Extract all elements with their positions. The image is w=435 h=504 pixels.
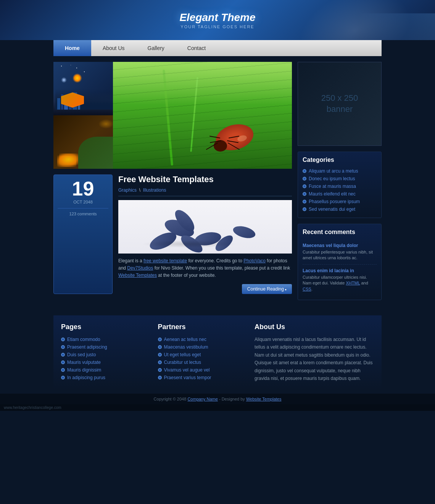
status-bar: www.heritagechristiancollege.com <box>0 404 435 411</box>
footer-page-link[interactable]: Mauris dignissim <box>67 367 101 373</box>
footer-bullet <box>61 345 65 349</box>
cat-bullet <box>303 169 306 173</box>
post-comments-count[interactable]: 123 comments <box>58 208 108 216</box>
cat-link[interactable]: Sed venenatis dui eget <box>309 207 355 212</box>
footer-bullet <box>61 353 65 357</box>
footer-link-item: Etiam commodo <box>61 336 147 343</box>
post-image <box>118 200 292 254</box>
post-item: 19 OCT 2048 123 comments Free Website Te… <box>53 174 292 294</box>
cat-item: Donec eu ipsum lectus <box>303 175 377 183</box>
footer-about-text: Aliquam venenatis nisl a lacus facilisis… <box>255 336 374 382</box>
image-slider[interactable] <box>53 62 292 169</box>
site-tagline: YOUR TAGLINE GOES HERE <box>179 24 255 29</box>
cat-item: Fusce at mauris massa <box>303 183 377 190</box>
post-month-year: OCT 2048 <box>58 200 108 204</box>
link-xhtml[interactable]: XHTML <box>346 281 360 285</box>
footer-page-link[interactable]: Mauris vulputate <box>67 360 101 365</box>
cat-link[interactable]: Donec eu ipsum lectus <box>309 176 355 181</box>
footer-partner-link[interactable]: Maecenas vestibulum <box>164 344 208 350</box>
footer-partner-link[interactable]: Ut eget tellus eget <box>164 352 201 357</box>
post-categories: Graphics \ Illustrations <box>118 187 292 196</box>
slider-thumb-1[interactable] <box>53 62 116 115</box>
footer-link-item: Ut eget tellus eget <box>158 351 243 359</box>
footer-partner-link[interactable]: Vivamus vel augue vel <box>164 367 210 373</box>
continue-reading-button[interactable]: Continue Reading <box>242 284 292 294</box>
footer-bullet <box>61 376 65 380</box>
categories-widget: Categories Aliquam ut arcu a metus Donec… <box>298 152 382 218</box>
footer-partner-link[interactable]: Aenean ac tellus nec <box>164 337 206 342</box>
nav-contact[interactable]: Contact <box>176 40 217 56</box>
company-link[interactable]: Company Name <box>187 397 218 401</box>
nav-gallery[interactable]: Gallery <box>136 40 176 56</box>
site-title-block: Elegant Theme YOUR TAGLINE GOES HERE <box>179 11 255 29</box>
footer-link-item: In adipiscing purus <box>61 374 147 381</box>
cat-item: Sed venenatis dui eget <box>303 205 377 213</box>
cat-item: Mauris eleifend elit nec <box>303 190 377 198</box>
post-date-block: 19 OCT 2048 123 comments <box>53 174 113 294</box>
footer-bar: Copyright © 2048 Company Name - Designed… <box>0 394 435 404</box>
footer-bullet <box>158 345 162 349</box>
footer-bullet <box>158 368 162 372</box>
footer-link-item: Duis sed justo <box>61 351 147 359</box>
sidebar: 250 x 250banner Categories Aliquam ut ar… <box>298 62 382 306</box>
footer-bullet <box>158 353 162 357</box>
footer-link-item: Praesent varius tempor <box>158 374 243 381</box>
main-nav: Home About Us Gallery Contact <box>0 40 435 56</box>
footer-link-item: Aenean ac tellus nec <box>158 336 243 343</box>
banner-ad[interactable]: 250 x 250banner <box>298 62 382 146</box>
footer-link-item: Mauris dignissim <box>61 366 147 374</box>
footer-page-link[interactable]: Duis sed justo <box>67 352 96 357</box>
cat-link[interactable]: Fusce at mauris massa <box>309 184 356 189</box>
cat-item: Phasellus posuere ipsum <box>303 198 377 205</box>
link-free-template[interactable]: free website template <box>143 258 187 263</box>
footer-widgets: Pages Etiam commodo Praesent adipiscing … <box>53 315 382 390</box>
footer-link-item: Maecenas vestibulum <box>158 343 243 351</box>
nav-bar: Home About Us Gallery Contact <box>53 40 382 56</box>
footer-partner-link[interactable]: Praesent varius tempor <box>164 375 211 380</box>
status-url: www.heritagechristiancollege.com <box>4 405 61 410</box>
footer-page-link[interactable]: In adipiscing purus <box>67 375 105 380</box>
post-title: Free Website Templates <box>118 174 292 184</box>
footer-page-link[interactable]: Praesent adipiscing <box>67 344 107 350</box>
cat-graphics[interactable]: Graphics <box>118 187 137 193</box>
post-day: 19 <box>58 179 108 199</box>
footer-bullet <box>61 368 65 372</box>
link-dev7studios[interactable]: Dev7Studios <box>127 265 153 271</box>
cat-bullet <box>303 177 306 181</box>
cat-link[interactable]: Mauris eleifend elit nec <box>309 191 356 197</box>
nav-about[interactable]: About Us <box>91 40 136 56</box>
link-photovaco[interactable]: PhotoVaco <box>243 258 266 263</box>
link-css[interactable]: CSS <box>303 287 311 291</box>
footer-link-item: Mauris vulputate <box>61 359 147 366</box>
cat-illustrations[interactable]: Illustrations <box>143 187 166 193</box>
slider-thumb-2[interactable] <box>53 115 116 169</box>
site-title: Elegant Theme <box>179 11 255 24</box>
template-link[interactable]: Website Templates <box>246 397 282 401</box>
cat-bullet <box>303 200 306 204</box>
cat-item: Aliquam ut arcu a metus <box>303 167 377 175</box>
footer-partners-col: Partners Aenean ac tellus nec Maecenas v… <box>158 323 243 382</box>
post-text: Elegant is a free website template for e… <box>118 257 292 279</box>
recent-comments-title: Recent comments <box>303 229 377 236</box>
footer-link-item: Praesent adipiscing <box>61 343 147 351</box>
main-wrapper: 19 OCT 2048 123 comments Free Website Te… <box>53 56 382 312</box>
comment-item-2: Lacus enim id lacinia in Curabitur ullam… <box>303 265 377 295</box>
link-website-templates[interactable]: Website Templates <box>118 273 157 278</box>
cat-link[interactable]: Phasellus posuere ipsum <box>309 199 360 204</box>
footer-partners-title: Partners <box>158 323 243 331</box>
cat-bullet <box>303 192 306 196</box>
categories-title: Categories <box>303 157 377 163</box>
nav-home[interactable]: Home <box>53 40 91 56</box>
comment-title-1: Maecenas vel liqula dolor <box>303 242 377 248</box>
comment-link-1[interactable]: Maecenas vel liqula dolor <box>303 243 358 248</box>
slider-thumbnails <box>53 62 116 169</box>
footer-bullet <box>61 360 65 364</box>
footer-partner-link[interactable]: Curabitur ut lectus <box>164 360 201 365</box>
comment-link-2[interactable]: Lacus enim id lacinia in <box>303 268 354 273</box>
comment-text-2: Curabitur ullamcorper ultricies nisi. Na… <box>303 275 377 292</box>
footer-bullet <box>158 338 162 341</box>
cat-link[interactable]: Aliquam ut arcu a metus <box>309 168 358 174</box>
site-header: Elegant Theme YOUR TAGLINE GOES HERE <box>0 0 435 40</box>
footer-page-link[interactable]: Etiam commodo <box>67 337 100 342</box>
cat-bullet <box>303 207 306 211</box>
